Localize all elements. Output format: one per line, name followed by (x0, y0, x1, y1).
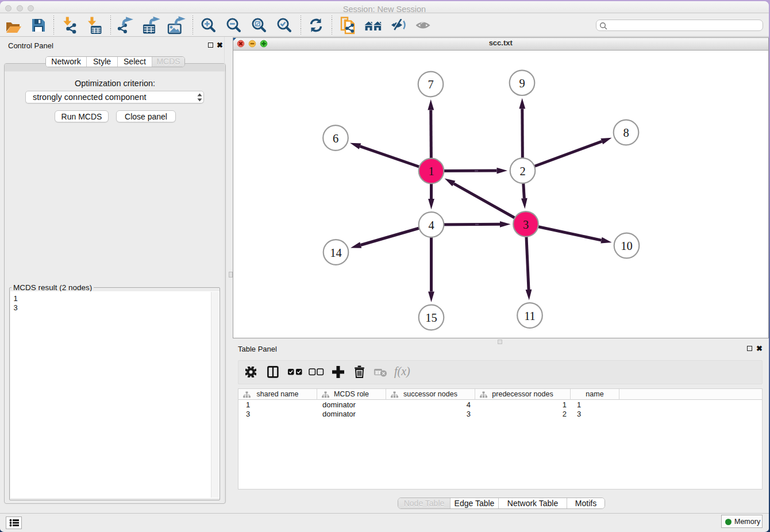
svg-text:14: 14 (330, 246, 342, 259)
svg-text:9: 9 (519, 76, 525, 89)
svg-text:7: 7 (428, 78, 433, 91)
svg-text:10: 10 (621, 240, 633, 252)
svg-text:3: 3 (523, 218, 529, 230)
svg-text:15: 15 (425, 311, 437, 324)
svg-text:1: 1 (428, 165, 434, 178)
svg-text:8: 8 (623, 126, 629, 139)
svg-text:4: 4 (428, 218, 434, 231)
svg-text:6: 6 (333, 132, 338, 144)
svg-text:11: 11 (524, 309, 536, 322)
svg-text:2: 2 (519, 164, 525, 177)
